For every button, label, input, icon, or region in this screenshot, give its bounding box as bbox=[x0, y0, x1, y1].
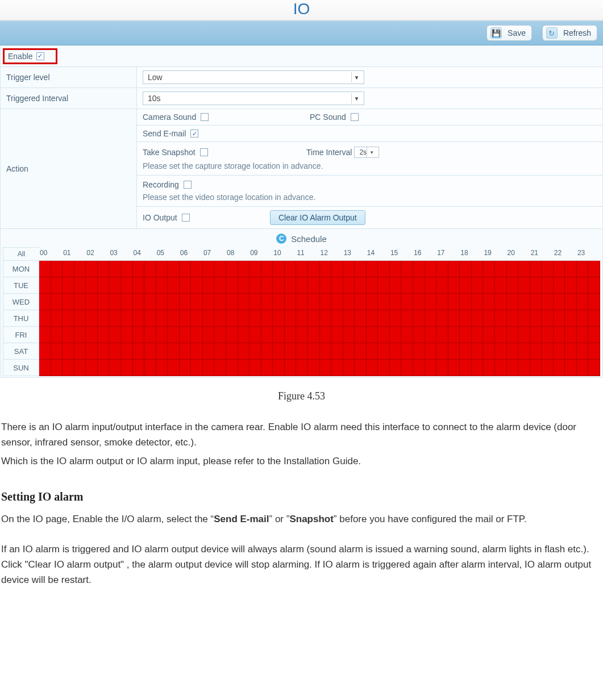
schedule-cell[interactable] bbox=[367, 294, 379, 310]
schedule-cell[interactable] bbox=[168, 343, 180, 360]
schedule-cell[interactable] bbox=[472, 310, 484, 327]
schedule-cell[interactable] bbox=[565, 294, 577, 310]
schedule-cell[interactable] bbox=[203, 277, 215, 294]
schedule-cell[interactable] bbox=[133, 327, 145, 343]
schedule-cell[interactable] bbox=[483, 294, 495, 310]
schedule-cell[interactable] bbox=[542, 360, 554, 376]
schedule-cell[interactable] bbox=[180, 261, 192, 277]
schedule-cell[interactable] bbox=[554, 343, 565, 360]
schedule-cell[interactable] bbox=[425, 294, 437, 310]
schedule-cell[interactable] bbox=[156, 261, 168, 277]
schedule-cell[interactable] bbox=[588, 261, 600, 277]
schedule-cell[interactable] bbox=[133, 261, 145, 277]
take-snapshot-checkbox[interactable] bbox=[200, 148, 208, 156]
schedule-cell[interactable] bbox=[63, 310, 74, 327]
schedule-cell[interactable] bbox=[413, 261, 425, 277]
schedule-cell[interactable] bbox=[565, 343, 577, 360]
schedule-cell[interactable] bbox=[390, 277, 402, 294]
schedule-cell[interactable] bbox=[460, 277, 472, 294]
schedule-cell[interactable] bbox=[261, 343, 273, 360]
schedule-cell[interactable] bbox=[554, 261, 565, 277]
schedule-cell[interactable] bbox=[554, 360, 565, 376]
schedule-cell[interactable] bbox=[273, 343, 285, 360]
schedule-cell[interactable] bbox=[355, 327, 367, 343]
schedule-cell[interactable] bbox=[472, 360, 484, 376]
schedule-cell[interactable] bbox=[109, 310, 121, 327]
schedule-cell[interactable] bbox=[226, 277, 238, 294]
schedule-cell[interactable] bbox=[63, 360, 74, 376]
schedule-cell[interactable] bbox=[121, 310, 133, 327]
schedule-cell[interactable] bbox=[331, 360, 343, 376]
schedule-cell[interactable] bbox=[261, 310, 273, 327]
schedule-cell[interactable] bbox=[320, 277, 332, 294]
schedule-cell[interactable] bbox=[296, 294, 308, 310]
schedule-cell[interactable] bbox=[320, 343, 332, 360]
schedule-cell[interactable] bbox=[86, 310, 98, 327]
schedule-cell[interactable] bbox=[425, 343, 437, 360]
schedule-cell[interactable] bbox=[355, 294, 367, 310]
enable-checkbox[interactable]: ✓ bbox=[36, 52, 44, 60]
schedule-cell[interactable] bbox=[191, 294, 203, 310]
schedule-cell[interactable] bbox=[156, 327, 168, 343]
schedule-cell[interactable] bbox=[390, 343, 402, 360]
schedule-cell[interactable] bbox=[518, 310, 530, 327]
schedule-cell[interactable] bbox=[554, 277, 565, 294]
schedule-cell[interactable] bbox=[507, 360, 519, 376]
schedule-cell[interactable] bbox=[109, 343, 121, 360]
schedule-cell[interactable] bbox=[355, 360, 367, 376]
schedule-cell[interactable] bbox=[565, 360, 577, 376]
save-button[interactable]: 💾 Save bbox=[486, 25, 532, 41]
schedule-cell[interactable] bbox=[483, 343, 495, 360]
schedule-cell[interactable] bbox=[249, 360, 261, 376]
schedule-cell[interactable] bbox=[156, 294, 168, 310]
schedule-cell[interactable] bbox=[51, 261, 63, 277]
schedule-cell[interactable] bbox=[51, 327, 63, 343]
schedule-cell[interactable] bbox=[588, 327, 600, 343]
schedule-cell[interactable] bbox=[273, 277, 285, 294]
schedule-cell[interactable] bbox=[156, 277, 168, 294]
schedule-cell[interactable] bbox=[308, 360, 320, 376]
schedule-cell[interactable] bbox=[518, 327, 530, 343]
schedule-cell[interactable] bbox=[109, 261, 121, 277]
schedule-cell[interactable] bbox=[530, 327, 542, 343]
schedule-cell[interactable] bbox=[214, 294, 226, 310]
schedule-cell[interactable] bbox=[238, 261, 250, 277]
schedule-cell[interactable] bbox=[343, 261, 355, 277]
schedule-cell[interactable] bbox=[203, 327, 215, 343]
schedule-cell[interactable] bbox=[390, 327, 402, 343]
schedule-cell[interactable] bbox=[121, 277, 133, 294]
schedule-cell[interactable] bbox=[180, 277, 192, 294]
schedule-cell[interactable] bbox=[367, 360, 379, 376]
schedule-cell[interactable] bbox=[401, 261, 413, 277]
schedule-cell[interactable] bbox=[577, 261, 589, 277]
schedule-cell[interactable] bbox=[249, 343, 261, 360]
schedule-cell[interactable] bbox=[472, 261, 484, 277]
schedule-cell[interactable] bbox=[238, 310, 250, 327]
schedule-cell[interactable] bbox=[343, 310, 355, 327]
schedule-cell[interactable] bbox=[507, 327, 519, 343]
schedule-cell[interactable] bbox=[507, 277, 519, 294]
schedule-cell[interactable] bbox=[51, 360, 63, 376]
schedule-cell[interactable] bbox=[226, 294, 238, 310]
schedule-cell[interactable] bbox=[367, 343, 379, 360]
schedule-cell[interactable] bbox=[98, 343, 110, 360]
schedule-cell[interactable] bbox=[472, 327, 484, 343]
schedule-cell[interactable] bbox=[86, 360, 98, 376]
schedule-cell[interactable] bbox=[530, 343, 542, 360]
schedule-cell[interactable] bbox=[436, 310, 448, 327]
schedule-cell[interactable] bbox=[436, 360, 448, 376]
schedule-cell[interactable] bbox=[460, 261, 472, 277]
schedule-cell[interactable] bbox=[203, 261, 215, 277]
schedule-cell[interactable] bbox=[554, 310, 565, 327]
schedule-cell[interactable] bbox=[460, 327, 472, 343]
camera-sound-checkbox[interactable] bbox=[201, 113, 209, 121]
schedule-cell[interactable] bbox=[63, 277, 74, 294]
schedule-cell[interactable] bbox=[495, 294, 507, 310]
schedule-cell[interactable] bbox=[308, 294, 320, 310]
schedule-cell[interactable] bbox=[331, 294, 343, 310]
schedule-cell[interactable] bbox=[273, 327, 285, 343]
schedule-cell[interactable] bbox=[144, 310, 156, 327]
schedule-cell[interactable] bbox=[109, 327, 121, 343]
io-output-checkbox[interactable] bbox=[182, 214, 190, 222]
schedule-cell[interactable] bbox=[98, 277, 110, 294]
